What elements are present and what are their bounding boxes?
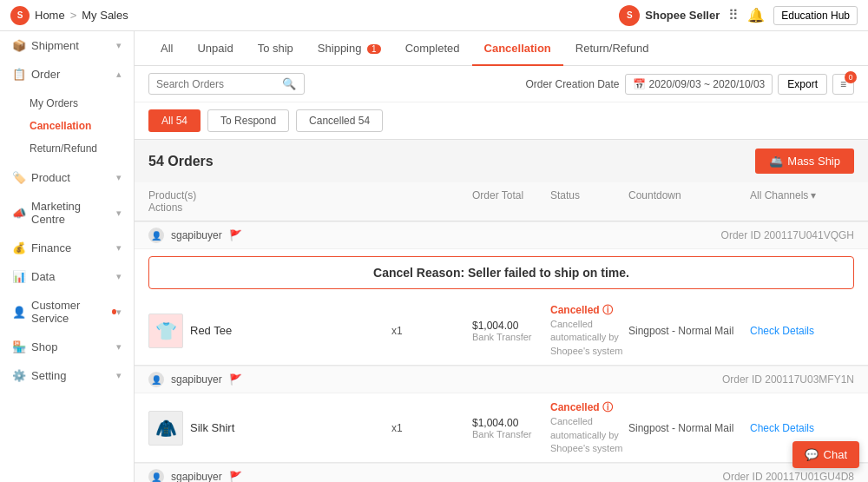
order-id: Order ID 200117U03MFY1N — [722, 373, 854, 386]
price-main: $1,004.00 — [472, 417, 550, 429]
status-sub: Cancelled automatically byShopee's syste… — [550, 415, 628, 455]
bell-icon[interactable]: 🔔 — [747, 7, 765, 23]
edu-hub-button[interactable]: Education Hub — [773, 6, 858, 25]
order-item-row: 🧥 Silk Shirt x1 $1,004.00 Bank Transfer … — [135, 393, 868, 462]
product-image: 🧥 — [148, 411, 183, 446]
sidebar-item-setting[interactable]: ⚙️ Setting ▾ — [0, 361, 134, 390]
order-meta-row: 👤 sgapibuyer 🚩 Order ID 200117U03MFY1N — [135, 366, 868, 393]
product-name: Silk Shirt — [190, 421, 234, 434]
chevron-down-icon: ▾ — [116, 307, 122, 318]
sidebar-item-shipment[interactable]: 📦 Shipment ▾ — [0, 31, 134, 60]
product-name: Red Tee — [190, 324, 232, 337]
sidebar-item-marketing[interactable]: 📣 Marketing Centre ▾ — [0, 192, 134, 234]
order-id: Order ID 200117U01GU4D8 — [723, 471, 854, 482]
table-row: 👤 sgapibuyer 🚩 Order ID 200117U03MFY1N 🧥… — [135, 366, 868, 463]
price-cell: $1,004.00 Bank Transfer — [472, 417, 550, 439]
sidebar-item-shop[interactable]: 🏪 Shop ▾ — [0, 333, 134, 361]
sidebar-item-my-orders[interactable]: My Orders — [0, 92, 134, 115]
search-box[interactable]: 🔍 — [148, 73, 305, 95]
finance-icon: 💰 — [12, 241, 26, 254]
order-meta-left: 👤 sgapibuyer 🚩 — [148, 372, 242, 387]
chevron-down-icon: ▾ — [116, 341, 122, 353]
sidebar-item-product-label: Product — [31, 171, 70, 184]
tab-cancellation[interactable]: Cancellation — [472, 31, 563, 66]
data-icon: 📊 — [12, 270, 26, 283]
col-channels[interactable]: All Channels ▾ — [750, 189, 854, 201]
sidebar-item-customer-label: Customer Service — [31, 299, 103, 325]
sidebar-item-data[interactable]: 📊 Data ▾ — [0, 262, 134, 291]
sub-tab-all[interactable]: All 54 — [148, 109, 201, 132]
table-header: Product(s) Order Total Status Countdown … — [135, 182, 868, 221]
tab-return-refund[interactable]: Return/Refund — [563, 31, 661, 66]
order-meta-row: 👤 sgapibuyer 🚩 Order ID 200117U01GU4D8 — [135, 463, 868, 482]
tab-to-ship[interactable]: To ship — [246, 31, 306, 66]
export-button[interactable]: Export — [778, 74, 827, 95]
sidebar-item-finance-label: Finance — [31, 241, 71, 254]
buyer-avatar: 👤 — [148, 228, 164, 243]
tab-all[interactable]: All — [148, 31, 185, 66]
filter-icon-button[interactable]: ≡ 0 — [832, 74, 854, 95]
date-range-value: 2020/09/03 ~ 2020/10/03 — [649, 78, 766, 90]
sidebar-item-shipment-label: Shipment — [31, 39, 79, 52]
chevron-down-icon: ▾ — [811, 189, 816, 201]
orders-table: Product(s) Order Total Status Countdown … — [135, 182, 868, 482]
col-empty — [391, 189, 472, 201]
sidebar-item-product[interactable]: 🏷️ Product ▾ — [0, 163, 134, 192]
shipping-badge: 1 — [367, 44, 381, 54]
date-range-picker[interactable]: 📅 2020/09/03 ~ 2020/10/03 — [625, 74, 773, 95]
tab-shipping[interactable]: Shipping 1 — [306, 31, 393, 66]
status-cell: Cancelled ⓘ Cancelled automatically bySh… — [550, 400, 628, 455]
breadcrumb-separator: > — [70, 9, 77, 22]
sidebar-item-return-refund[interactable]: Return/Refund — [0, 137, 134, 160]
breadcrumb: S Home > My Sales — [10, 6, 128, 25]
filter-row: 🔍 Order Creation Date 📅 2020/09/03 ~ 202… — [135, 66, 868, 102]
check-details-link[interactable]: Check Details — [750, 422, 814, 434]
main-content: All Unpaid To ship Shipping 1 Completed … — [135, 31, 868, 482]
order-meta-left: 👤 sgapibuyer 🚩 — [148, 469, 242, 482]
action-cell: Check Details — [750, 422, 854, 434]
flag-icon: 🚩 — [229, 471, 242, 482]
sub-tab-cancelled[interactable]: Cancelled 54 — [296, 109, 383, 132]
price-main: $1,004.00 — [472, 320, 550, 332]
sidebar-item-setting-label: Setting — [31, 369, 66, 382]
sidebar-item-customer-service[interactable]: 👤 Customer Service ▾ — [0, 291, 134, 333]
buyer-name: sgapibuyer — [171, 229, 222, 241]
breadcrumb-current: My Sales — [82, 9, 128, 22]
chevron-down-icon: ▾ — [116, 40, 122, 51]
buyer-avatar: 👤 — [148, 469, 164, 482]
sidebar: 📦 Shipment ▾ 📋 Order ▴ My Orders Cancell… — [0, 31, 135, 482]
buyer-name: sgapibuyer — [171, 471, 222, 482]
col-products: Product(s) — [148, 189, 391, 201]
status-label: Cancelled ⓘ — [550, 303, 628, 318]
order-icon: 📋 — [12, 68, 26, 81]
sidebar-item-cancellation[interactable]: Cancellation — [0, 115, 134, 137]
col-actions: Actions — [148, 201, 391, 214]
sidebar-item-order-label: Order — [31, 68, 60, 81]
channel: Singpost - Normal Mail — [628, 422, 750, 434]
sidebar-item-order[interactable]: 📋 Order ▴ — [0, 60, 134, 89]
sidebar-item-marketing-label: Marketing Centre — [31, 200, 116, 226]
sub-tabs: All 54 To Respond Cancelled 54 — [135, 102, 868, 140]
grid-icon[interactable]: ⠿ — [728, 7, 739, 23]
sidebar-item-shop-label: Shop — [31, 340, 57, 353]
chat-button[interactable]: 💬 Chat — [792, 441, 859, 468]
buyer-name: sgapibuyer — [171, 373, 222, 386]
breadcrumb-home[interactable]: Home — [35, 9, 65, 22]
header-right: S Shopee Seller ⠿ 🔔 Education Hub — [619, 5, 858, 26]
sidebar-item-finance[interactable]: 💰 Finance ▾ — [0, 234, 134, 262]
tab-unpaid[interactable]: Unpaid — [185, 31, 245, 66]
status-label: Cancelled ⓘ — [550, 400, 628, 415]
search-input[interactable] — [156, 78, 278, 90]
chevron-down-icon: ▾ — [116, 242, 122, 254]
mass-ship-button[interactable]: 🚢 Mass Ship — [755, 149, 854, 174]
seller-icon: S — [619, 5, 640, 26]
chevron-down-icon: ▾ — [116, 208, 122, 219]
order-meta-row: 👤 sgapibuyer 🚩 Order ID 200117U041VQGH — [135, 221, 868, 249]
calendar-icon: 📅 — [633, 78, 646, 90]
check-details-link[interactable]: Check Details — [750, 325, 814, 337]
tab-completed[interactable]: Completed — [393, 31, 472, 66]
sub-tab-to-respond[interactable]: To Respond — [207, 109, 289, 132]
order-item-row: 👕 Red Tee x1 $1,004.00 Bank Transfer Can… — [135, 296, 868, 365]
cancel-reason-box: Cancel Reason: Seller failed to ship on … — [148, 256, 854, 289]
orders-header: 54 Orders 🚢 Mass Ship — [135, 140, 868, 182]
